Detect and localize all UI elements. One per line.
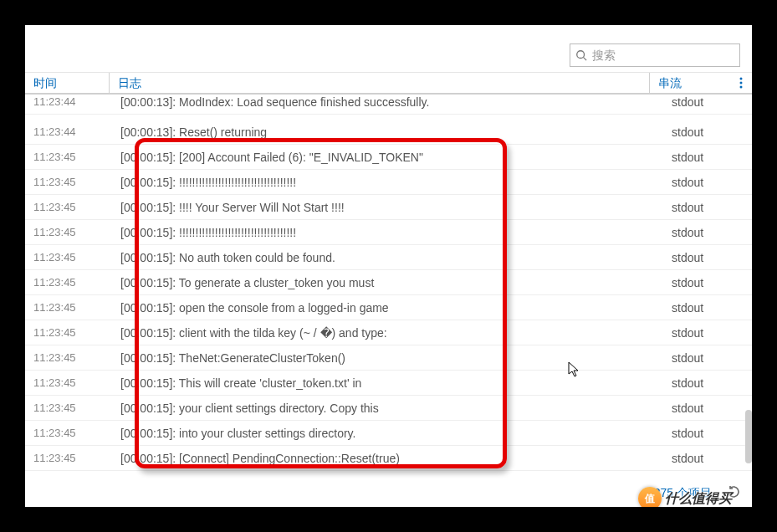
svg-point-2 <box>740 78 743 80</box>
cell-log: [00:00:15]: !!!! Your Server Will Not St… <box>109 201 672 214</box>
svg-line-1 <box>584 58 587 61</box>
cell-time: 11:23:45 <box>25 251 109 263</box>
cell-log: [00:00:15]: No auth token could be found… <box>109 251 672 264</box>
footer: 375 个项目 <box>654 485 740 502</box>
cell-log: [00:00:15]: TheNet:GenerateClusterToken(… <box>109 351 672 365</box>
cell-time: 11:23:45 <box>25 201 109 213</box>
cell-stream: stdout <box>672 301 752 315</box>
cell-log: [00:00:15]: !!!!!!!!!!!!!!!!!!!!!!!!!!!!… <box>109 226 672 239</box>
cell-stream: stdout <box>672 251 752 264</box>
cell-stream: stdout <box>672 326 752 340</box>
search-area <box>25 25 752 72</box>
cell-time: 11:23:45 <box>25 452 109 464</box>
cell-log: [00:00:13]: Reset() returning <box>109 125 672 139</box>
table-row[interactable]: 11:23:45[00:00:15]: open the console fro… <box>25 295 752 320</box>
log-viewer-window: 时间 日志 串流 11:23:44[00:00:13]: ModIndex: L… <box>25 25 752 507</box>
cell-stream: stdout <box>672 95 752 109</box>
cell-stream: stdout <box>672 276 752 289</box>
svg-point-3 <box>740 82 743 84</box>
item-count: 375 个项目 <box>654 486 712 501</box>
refresh-button[interactable] <box>727 485 740 502</box>
table-row[interactable]: 11:23:45[00:00:15]: No auth token could … <box>25 245 752 270</box>
cell-stream: stdout <box>672 402 752 415</box>
refresh-icon <box>727 485 740 499</box>
cell-log: [00:00:15]: open the console from a logg… <box>109 301 672 315</box>
cell-stream: stdout <box>672 427 752 440</box>
cell-time: 11:23:45 <box>25 276 109 289</box>
cell-time: 11:23:45 <box>25 326 109 339</box>
cell-stream: stdout <box>672 201 752 214</box>
cell-time: 11:23:45 <box>25 376 109 389</box>
cell-stream: stdout <box>672 351 752 365</box>
cell-log: [00:00:15]: To generate a cluster_token … <box>109 276 672 289</box>
cell-stream: stdout <box>672 226 752 239</box>
cell-time: 11:23:45 <box>25 301 109 314</box>
table-row[interactable]: 11:23:45[00:00:15]: To generate a cluste… <box>25 270 752 295</box>
cell-time: 11:23:45 <box>25 402 109 414</box>
table-row[interactable]: 11:23:45[00:00:15]: [Connect] PendingCon… <box>25 446 752 471</box>
svg-point-4 <box>740 86 743 89</box>
cell-time: 11:23:45 <box>25 176 109 188</box>
cell-time: 11:23:44 <box>25 95 109 108</box>
more-icon <box>739 77 743 89</box>
table-body: 11:23:44[00:00:13]: ModIndex: Load seque… <box>25 95 752 471</box>
cell-stream: stdout <box>672 376 752 390</box>
search-box[interactable] <box>570 43 740 67</box>
cell-stream: stdout <box>672 176 752 189</box>
cell-log: [00:00:15]: [200] Account Failed (6): "E… <box>109 151 672 164</box>
table-row[interactable]: 11:23:45[00:00:15]: TheNet:GenerateClust… <box>25 345 752 371</box>
table-row[interactable]: 11:23:45[00:00:15]: [200] Account Failed… <box>25 145 752 170</box>
cell-log: [00:00:15]: !!!!!!!!!!!!!!!!!!!!!!!!!!!!… <box>109 176 672 189</box>
cell-time: 11:23:45 <box>25 226 109 238</box>
table-row[interactable]: 11:23:44[00:00:13]: ModIndex: Load seque… <box>25 90 752 115</box>
table-row[interactable]: 11:23:45[00:00:15]: into your cluster se… <box>25 421 752 446</box>
table-row[interactable]: 11:23:45[00:00:15]: !!!!!!!!!!!!!!!!!!!!… <box>25 220 752 245</box>
search-input[interactable] <box>592 49 739 62</box>
svg-point-0 <box>577 51 585 59</box>
cell-stream: stdout <box>672 151 752 164</box>
cell-log: [00:00:15]: into your cluster settings d… <box>109 427 672 440</box>
cell-stream: stdout <box>672 452 752 465</box>
cell-time: 11:23:45 <box>25 151 109 163</box>
table-row[interactable]: 11:23:45[00:00:15]: your client settings… <box>25 396 752 421</box>
cell-log: [00:00:15]: [Connect] PendingConnection:… <box>109 452 672 465</box>
log-table: 时间 日志 串流 11:23:44[00:00:13]: ModIndex: L… <box>25 72 752 471</box>
cell-time: 11:23:45 <box>25 351 109 364</box>
search-icon <box>575 49 587 61</box>
table-row[interactable]: 11:23:45[00:00:15]: client with the tild… <box>25 320 752 345</box>
cell-stream: stdout <box>672 125 752 139</box>
cell-log: [00:00:13]: ModIndex: Load sequence fini… <box>109 95 672 109</box>
cell-time: 11:23:44 <box>25 125 109 138</box>
table-row[interactable]: 11:23:45[00:00:15]: This will create 'cl… <box>25 371 752 396</box>
cell-time: 11:23:45 <box>25 427 109 439</box>
scrollbar-thumb[interactable] <box>745 410 752 463</box>
cell-log: [00:00:15]: This will create 'cluster_to… <box>109 376 672 390</box>
table-row[interactable]: 11:23:45[00:00:15]: !!!! Your Server Wil… <box>25 195 752 220</box>
table-row[interactable]: 11:23:45[00:00:15]: !!!!!!!!!!!!!!!!!!!!… <box>25 170 752 195</box>
table-row[interactable]: 11:23:44[00:00:13]: Reset() returningstd… <box>25 120 752 145</box>
cell-log: [00:00:15]: client with the tilda key (~… <box>109 326 672 340</box>
cell-log: [00:00:15]: your client settings directo… <box>109 402 672 415</box>
